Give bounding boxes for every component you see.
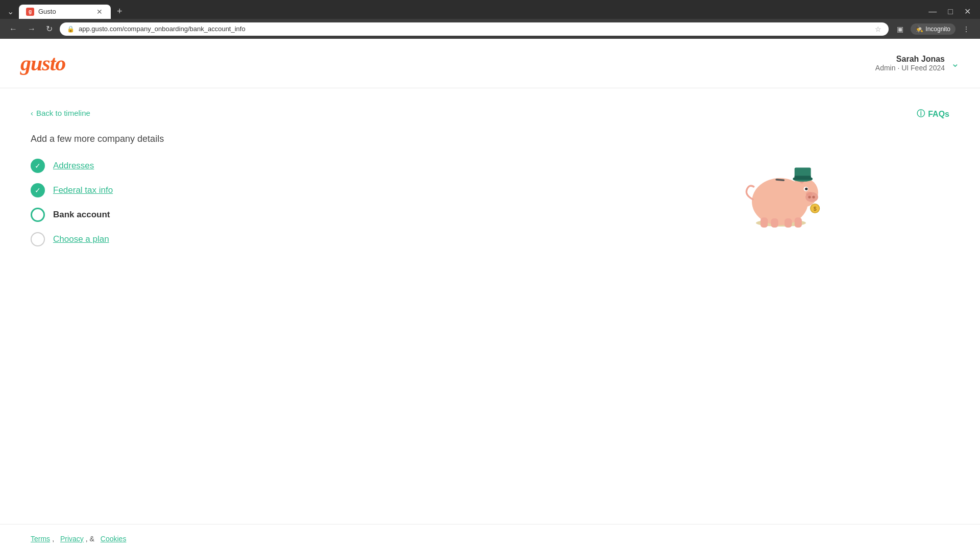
browser-chrome: ⌄ g Gusto ✕ + — □ ✕ ← → ↻ 🔒 app.gusto.co… [0, 0, 980, 39]
svg-rect-12 [761, 217, 768, 228]
active-check-icon [31, 208, 45, 222]
back-arrow-icon: ‹ [31, 109, 33, 117]
faqs-label: FAQs [928, 110, 949, 119]
new-tab-button[interactable]: + [113, 4, 127, 19]
faqs-link[interactable]: ⓘ FAQs [917, 109, 949, 119]
user-role: Admin · UI Feed 2024 [875, 64, 945, 72]
choose-a-plan-link[interactable]: Choose a plan [53, 234, 109, 244]
address-bar: ← → ↻ 🔒 app.gusto.com/company_onboarding… [0, 19, 980, 39]
tab-dropdown-btn[interactable]: ⌄ [4, 5, 17, 18]
browser-tab[interactable]: g Gusto ✕ [19, 5, 111, 19]
user-menu[interactable]: Sarah Jonas Admin · UI Feed 2024 ⌄ [875, 55, 960, 72]
tab-bar: ⌄ g Gusto ✕ + — □ ✕ [0, 0, 980, 19]
svg-rect-13 [771, 218, 778, 228]
incognito-button[interactable]: 🕵 Incognito [911, 23, 955, 35]
back-link-text: Back to timeline [36, 109, 90, 117]
minimize-button[interactable]: — [923, 5, 942, 18]
back-to-timeline-link[interactable]: ‹ Back to timeline [31, 109, 949, 117]
completed-check-icon: ✓ [31, 159, 45, 173]
toolbar-right: ▣ 🕵 Incognito ⋮ [893, 23, 974, 35]
footer-separator: , & [86, 535, 94, 543]
forward-nav-button[interactable]: → [24, 22, 39, 36]
window-controls: — □ ✕ [923, 5, 976, 18]
user-details: Sarah Jonas Admin · UI Feed 2024 [875, 55, 945, 72]
footer: Terms , Privacy , & Cookies [0, 524, 980, 551]
incognito-icon: 🕵 [916, 26, 923, 33]
piggy-bank-illustration: $ [735, 149, 827, 233]
section-title: Add a few more company details [31, 134, 949, 144]
incognito-label: Incognito [925, 26, 950, 33]
svg-rect-15 [795, 217, 802, 228]
svg-point-8 [806, 192, 812, 196]
restore-button[interactable]: □ [943, 5, 958, 18]
address-bar-input[interactable]: 🔒 app.gusto.com/company_onboarding/bank_… [60, 22, 889, 36]
question-icon: ⓘ [917, 109, 925, 119]
lock-icon: 🔒 [67, 26, 75, 33]
site-header: gusto Sarah Jonas Admin · UI Feed 2024 ⌄ [0, 39, 980, 88]
svg-point-7 [805, 188, 807, 190]
tab-favicon: g [26, 8, 34, 16]
svg-rect-21 [795, 176, 811, 179]
menu-button[interactable]: ⋮ [959, 23, 974, 35]
close-button[interactable]: ✕ [959, 5, 976, 18]
refresh-button[interactable]: ↻ [43, 22, 56, 36]
addresses-link[interactable]: Addresses [53, 161, 94, 171]
terms-link[interactable]: Terms [31, 535, 50, 543]
url-text: app.gusto.com/company_onboarding/bank_ac… [79, 25, 871, 33]
chevron-down-icon: ⌄ [951, 57, 960, 69]
cookies-link[interactable]: Cookies [101, 535, 127, 543]
bank-account-label: Bank account [53, 210, 110, 220]
tab-title: Gusto [38, 8, 91, 15]
svg-point-5 [812, 196, 815, 198]
svg-rect-14 [785, 218, 792, 228]
completed-check-icon: ✓ [31, 183, 45, 197]
reader-view-button[interactable]: ▣ [893, 23, 908, 35]
back-nav-button[interactable]: ← [6, 22, 20, 36]
tab-close-button[interactable]: ✕ [95, 8, 104, 15]
piggy-bank-svg: $ [735, 149, 827, 231]
privacy-link[interactable]: Privacy [60, 535, 84, 543]
page: gusto Sarah Jonas Admin · UI Feed 2024 ⌄… [0, 39, 980, 551]
list-item: Choose a plan [31, 232, 949, 246]
svg-text:$: $ [814, 206, 817, 212]
main-content: ‹ Back to timeline ⓘ FAQs Add a few more… [0, 88, 980, 267]
bookmark-icon[interactable]: ☆ [875, 25, 881, 33]
user-name: Sarah Jonas [875, 55, 945, 64]
footer-comma-1: , [52, 535, 54, 543]
federal-tax-info-link[interactable]: Federal tax info [53, 185, 113, 195]
inactive-check-icon [31, 232, 45, 246]
gusto-logo[interactable]: gusto [20, 51, 65, 76]
